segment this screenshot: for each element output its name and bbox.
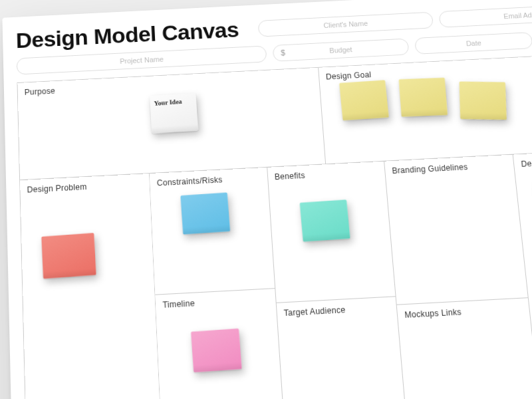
sticky-your-idea[interactable]: Your Idea [150,93,198,134]
sticky-red[interactable] [41,233,96,279]
section-timeline[interactable]: Timeline [156,289,283,399]
label-design-problem: Design Problem [27,180,143,195]
sticky-yellow-3[interactable] [460,82,507,120]
label-timeline: Timeline [162,295,269,310]
client-name-field[interactable]: Client's Name [257,11,434,37]
section-design-problem[interactable]: Design Problem [20,174,160,399]
label-constraints-risks: Constraints/Risks [156,173,261,188]
label-branding-guidelines: Branding Guidelines [392,160,507,176]
sticky-yellow-2[interactable] [399,78,448,117]
label-design-solution: Design Solution [521,154,532,169]
section-benefits[interactable]: Benefits [267,162,396,303]
sticky-teal[interactable] [299,200,350,241]
email-field[interactable]: Email Address [438,2,532,27]
section-branding-guidelines[interactable]: Branding Guidelines [384,155,528,305]
section-target-audience[interactable]: Target Audience [276,297,405,399]
budget-field[interactable]: Budget [273,39,410,62]
section-mockups-links[interactable]: Mockups Links [397,298,532,399]
page-title: Design Model Canvas [15,17,239,53]
label-benefits: Benefits [274,167,378,182]
section-design-goal[interactable]: Design Goal [319,53,532,164]
sticky-yellow-1[interactable] [339,80,389,120]
label-purpose: Purpose [25,73,313,97]
sticky-text: Your Idea [154,98,182,107]
sticky-pink[interactable] [191,329,242,372]
design-canvas: Design Model Canvas Client's Name Email … [2,0,532,399]
date-field[interactable]: Date [414,32,532,55]
section-constraints-risks[interactable]: Constraints/Risks [150,168,275,295]
label-mockups-links: Mockups Links [404,304,523,320]
sticky-blue[interactable] [181,192,231,234]
label-target-audience: Target Audience [283,303,390,318]
section-purpose[interactable]: Purpose Your Idea [17,68,326,180]
